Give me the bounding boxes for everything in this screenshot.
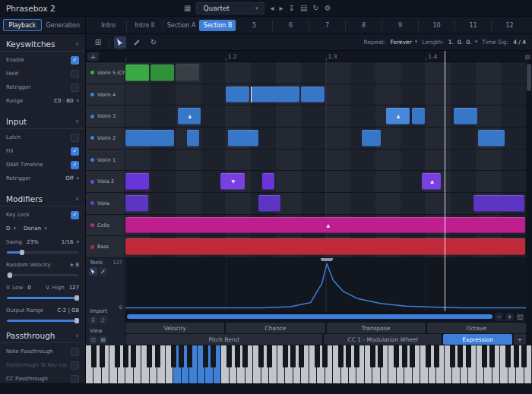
checkbox-note-passthrough[interactable] [71,348,79,356]
slider-control[interactable] [7,274,78,276]
dropdown-range[interactable]: C0 : B0▾ [54,98,79,104]
length-dropdown[interactable]: 1. 0. 0. ▾ [448,39,478,46]
expand-icon[interactable]: ◱ [516,313,524,321]
piano-black-key[interactable] [370,345,375,367]
piano-black-key[interactable] [242,345,248,367]
checkbox-enable[interactable]: ✓ [71,56,79,65]
checkbox-fill[interactable]: ✓ [71,147,79,156]
piano-black-key[interactable] [147,345,152,367]
keyboard-icon[interactable]: ▦ [184,5,191,12]
clip[interactable] [125,65,149,81]
tab-generation[interactable]: Generation [44,19,83,31]
piano-black-key[interactable] [226,345,232,367]
piano-black-key[interactable] [410,345,415,367]
piano-black-key[interactable] [267,345,272,367]
cc-tab-expression[interactable]: Expression [443,334,512,345]
param-tab-velocity[interactable]: Velocity [125,323,224,333]
slider-control[interactable] [7,320,78,322]
slider-control[interactable] [7,297,78,299]
section-tab-7[interactable]: 7 [309,20,345,31]
clip[interactable]: ▲ [178,108,201,125]
checkbox-latch[interactable] [71,134,79,142]
param-tab-octave[interactable]: Octave [427,323,526,333]
save-icon[interactable]: ↧ [289,5,295,12]
add-cc-tab-button[interactable]: + [514,334,526,345]
prev-preset-icon[interactable]: ◂ [270,5,274,12]
param-tab-chance[interactable]: Chance [226,323,325,333]
clip[interactable]: ▼ [220,173,244,190]
piano-black-key[interactable] [489,345,495,367]
clip[interactable] [125,238,525,255]
clip[interactable] [473,195,525,212]
piano-black-key[interactable] [258,345,264,367]
dropdown-swing[interactable]: 1/16▾ [62,239,79,245]
clip[interactable] [187,130,200,147]
piano-black-key[interactable] [100,345,105,367]
view-split-icon[interactable]: ◫ [89,336,97,344]
track-grid[interactable] [125,128,526,149]
param-tab-transpose[interactable]: Transpose [327,323,426,333]
preset-selector[interactable]: Quartet ▾ [196,2,264,14]
piano-black-key[interactable] [203,345,208,367]
piano-black-key[interactable] [394,345,399,367]
scrollbar-thumb[interactable] [527,64,531,91]
clip[interactable]: ▲ [386,108,410,125]
slider-control[interactable] [7,251,78,254]
pencil-tool[interactable] [131,36,143,49]
zoom-out-button[interactable]: − [495,313,503,321]
repeat-dropdown[interactable]: Forever ▾ [391,39,418,46]
piano-black-key[interactable] [315,345,320,367]
clip[interactable] [478,130,505,147]
automation-pointer-tool[interactable] [89,267,97,276]
clip[interactable] [301,87,325,103]
track-label[interactable]: Cello [86,215,125,236]
section-header[interactable]: Modifiers∨ [0,191,85,206]
key-dropdown[interactable]: D▾ [6,225,16,232]
undo-icon[interactable]: ↻ [312,5,318,12]
section-tab-5[interactable]: 5 [236,20,272,31]
piano-black-key[interactable] [402,345,407,367]
piano-black-key[interactable] [91,345,97,367]
clip[interactable] [125,130,174,147]
piano-black-key[interactable] [235,345,240,367]
section-tab-12[interactable]: 12 [491,20,527,31]
track-grid[interactable]: ▲▲ [125,106,526,127]
clip[interactable] [262,173,275,190]
section-tab-9[interactable]: 9 [382,20,418,31]
checkbox-cc-passthrough[interactable] [71,375,79,383]
vertical-scrollbar[interactable] [526,62,532,258]
next-preset-icon[interactable]: ▸ [279,5,283,12]
piano-black-key[interactable] [322,345,328,367]
clip[interactable] [125,173,149,190]
checkbox-passthrough-to-key-lock[interactable] [71,361,79,370]
slider-knob[interactable] [74,318,79,323]
automation-pencil-tool[interactable] [99,267,107,276]
track-grid[interactable]: ▼▲ [125,171,526,192]
piano-black-key[interactable] [426,345,431,367]
track-grid[interactable] [125,236,526,257]
loop-tool[interactable]: ↻ [147,36,160,49]
section-tab-11[interactable]: 11 [454,20,491,31]
track-label[interactable]: Violin 2 [86,128,125,149]
zoom-in-button[interactable]: + [505,313,514,321]
track-label[interactable]: Violin 1 [86,150,125,171]
slider-knob[interactable] [74,295,79,301]
piano-black-key[interactable] [123,345,128,367]
timeline-ruler[interactable]: + ▤ 1.21.31.4 [86,51,532,62]
piano-black-key[interactable] [179,345,184,367]
clip[interactable]: ▲ [125,217,525,234]
import-midi-icon[interactable]: ♪ [99,316,107,324]
slider-knob[interactable] [8,273,12,278]
piano-black-key[interactable] [299,345,304,367]
section-header[interactable]: Passthrough∨ [0,327,85,343]
section-header[interactable]: Input∨ [0,113,85,129]
horizontal-zoom-bar[interactable] [127,314,492,319]
piano-black-key[interactable] [171,345,176,367]
piano-black-key[interactable] [514,345,519,367]
section-tab-8[interactable]: 8 [345,20,382,31]
scale-dropdown[interactable]: Dorian▾ [24,225,47,232]
clip[interactable] [125,195,148,212]
section-tab-intro-ii[interactable]: Intro II [126,20,163,31]
playhead[interactable] [445,51,445,311]
ruler-add-button[interactable]: + [87,52,99,61]
